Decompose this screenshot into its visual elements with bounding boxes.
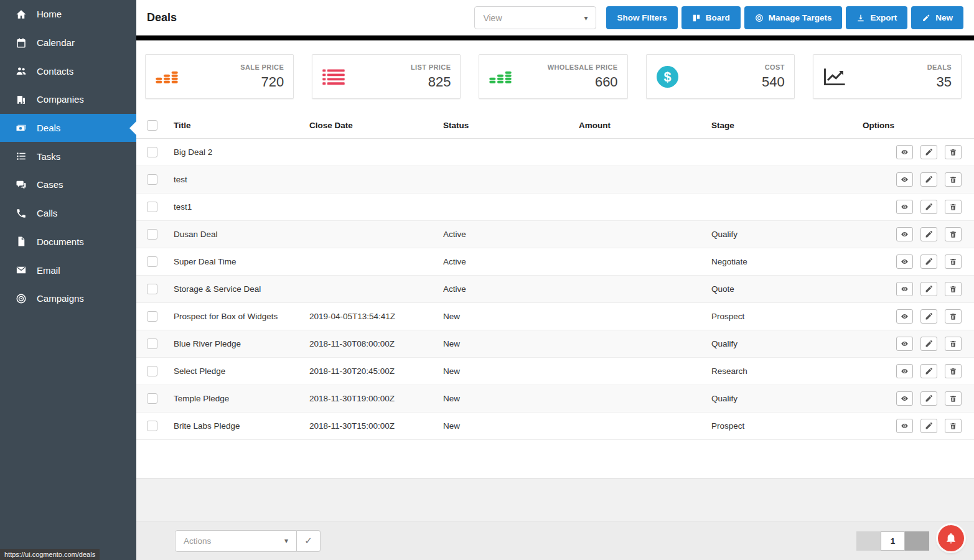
cell-status: New [443, 302, 579, 330]
view-button[interactable] [896, 254, 913, 269]
edit-button[interactable] [920, 145, 937, 159]
view-button[interactable] [896, 391, 913, 406]
view-button[interactable] [896, 227, 913, 241]
edit-icon [925, 175, 933, 184]
calls-icon [15, 208, 27, 219]
sidebar-item-calendar[interactable]: Calendar [0, 29, 136, 57]
delete-button[interactable] [945, 309, 962, 324]
edit-button[interactable] [920, 337, 937, 351]
column-header-stage: Stage [711, 113, 846, 138]
column-header-title: Title [174, 113, 309, 138]
cell-title: Big Deal 2 [174, 138, 309, 166]
row-options [846, 139, 974, 166]
sidebar-item-label: Campaigns [37, 293, 84, 304]
delete-button[interactable] [945, 364, 962, 378]
sidebar-item-companies[interactable]: Companies [0, 85, 136, 114]
view-button[interactable] [896, 172, 913, 187]
cell-close-date: 2018-11-30T19:00:00Z [309, 385, 443, 412]
board-button[interactable]: Board [681, 6, 741, 29]
cell-close-date: 2018-11-30T08:00:00Z [309, 330, 443, 357]
row-checkbox[interactable] [147, 229, 157, 240]
pagination-next-button[interactable] [905, 531, 929, 551]
sidebar-nav: HomeCalendarContactsCompaniesDealsTasksC… [0, 0, 136, 313]
eye-icon [901, 340, 909, 348]
chart-icon [823, 67, 850, 86]
edit-button[interactable] [920, 227, 937, 241]
eye-icon [901, 285, 909, 293]
row-checkbox[interactable] [147, 284, 157, 294]
view-button[interactable] [896, 337, 913, 351]
sidebar: HomeCalendarContactsCompaniesDealsTasksC… [0, 0, 136, 560]
show-filters-button[interactable]: Show Filters [606, 6, 677, 29]
view-dropdown[interactable]: View ▾ [474, 6, 596, 29]
column-header-close-date: Close Date [309, 113, 443, 138]
edit-button[interactable] [920, 172, 937, 187]
calendar-icon [15, 37, 27, 49]
delete-button[interactable] [945, 227, 962, 241]
delete-button[interactable] [945, 419, 962, 433]
cell-stage [711, 193, 846, 220]
delete-button[interactable] [945, 172, 962, 187]
delete-button[interactable] [945, 391, 962, 406]
trash-icon [949, 340, 957, 348]
view-button[interactable] [896, 309, 913, 324]
row-checkbox[interactable] [147, 256, 157, 267]
view-button[interactable] [896, 145, 913, 159]
edit-button[interactable] [920, 309, 937, 324]
row-checkbox[interactable] [147, 202, 157, 212]
view-button[interactable] [896, 282, 913, 296]
header-divider [136, 35, 974, 40]
row-checkbox[interactable] [147, 338, 157, 349]
sidebar-item-documents[interactable]: Documents [0, 228, 136, 256]
edit-button[interactable] [920, 200, 937, 214]
apply-action-button[interactable]: ✓ [297, 530, 321, 552]
sidebar-item-campaigns[interactable]: Campaigns [0, 284, 136, 313]
export-button[interactable]: Export [846, 6, 907, 29]
row-checkbox[interactable] [147, 311, 157, 322]
select-all-checkbox[interactable] [147, 120, 157, 131]
edit-button[interactable] [920, 364, 937, 378]
edit-button[interactable] [920, 419, 937, 433]
pagination-prev-button[interactable] [856, 531, 881, 551]
actions-dropdown[interactable]: Actions ▾ [175, 530, 297, 552]
delete-button[interactable] [945, 282, 962, 296]
edit-button[interactable] [920, 282, 937, 296]
delete-button[interactable] [945, 145, 962, 159]
row-options [846, 276, 974, 302]
sidebar-item-label: Calendar [37, 37, 75, 48]
delete-button[interactable] [945, 254, 962, 269]
trash-icon [949, 203, 957, 211]
button-label: New [935, 13, 953, 22]
view-button[interactable] [896, 200, 913, 214]
cell-close-date: 2018-11-30T15:00:00Z [309, 412, 443, 439]
row-checkbox[interactable] [147, 366, 157, 376]
cell-amount [579, 412, 711, 439]
sidebar-item-email[interactable]: Email [0, 256, 136, 284]
sidebar-item-calls[interactable]: Calls [0, 199, 136, 228]
cell-close-date [309, 248, 443, 275]
sidebar-item-label: Contacts [37, 66, 73, 77]
delete-button[interactable] [945, 337, 962, 351]
row-checkbox[interactable] [147, 421, 157, 431]
sidebar-item-home[interactable]: Home [0, 0, 136, 29]
pagination-current-page[interactable]: 1 [881, 531, 905, 551]
row-checkbox[interactable] [147, 174, 157, 185]
notification-bell-button[interactable] [938, 525, 964, 551]
sidebar-item-tasks[interactable]: Tasks [0, 142, 136, 170]
edit-button[interactable] [920, 391, 937, 406]
cell-status [443, 193, 579, 220]
view-button[interactable] [896, 419, 913, 433]
cell-stage: Prospect [711, 412, 846, 439]
sidebar-item-contacts[interactable]: Contacts [0, 57, 136, 85]
delete-button[interactable] [945, 200, 962, 214]
sidebar-item-deals[interactable]: Deals [0, 114, 136, 142]
cell-title: Blue River Pledge [174, 330, 309, 357]
cell-stage [711, 138, 846, 166]
row-checkbox[interactable] [147, 393, 157, 404]
edit-button[interactable] [920, 254, 937, 269]
new-button[interactable]: New [911, 6, 963, 29]
row-checkbox[interactable] [147, 147, 157, 157]
sidebar-item-cases[interactable]: Cases [0, 170, 136, 199]
view-button[interactable] [896, 364, 913, 378]
manage-targets-button[interactable]: Manage Targets [744, 6, 843, 29]
